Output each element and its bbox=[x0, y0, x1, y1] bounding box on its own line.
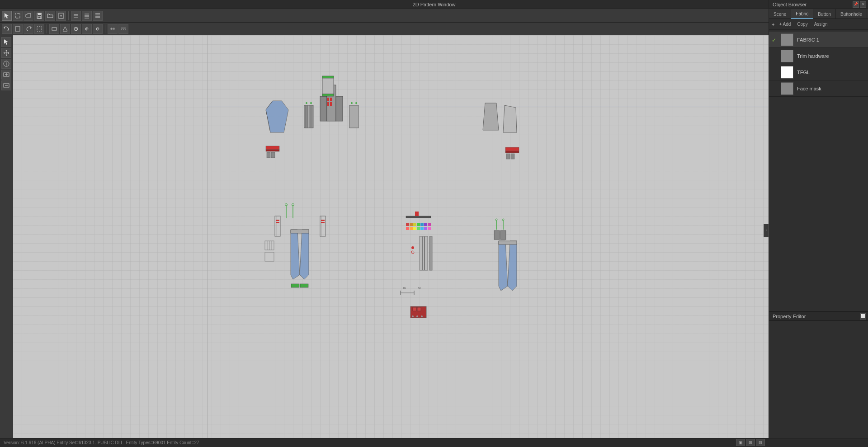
svg-rect-57 bbox=[322, 94, 334, 96]
toolbar-second bbox=[0, 23, 868, 35]
fabric-item-3[interactable]: ✓ TFGL bbox=[769, 64, 868, 80]
object-browser-toolbar: + + Add Copy Assign bbox=[769, 19, 868, 30]
tool-remove-point[interactable] bbox=[93, 24, 103, 34]
fabric-swatch-4 bbox=[781, 82, 793, 95]
fabric-item-2[interactable]: ✓ Trim hardware bbox=[769, 48, 868, 64]
property-editor: Property Editor ⬜ bbox=[769, 311, 868, 447]
pattern-piece-red-1 bbox=[266, 146, 279, 158]
svg-rect-47 bbox=[310, 105, 312, 128]
tool-import[interactable] bbox=[56, 11, 66, 21]
copy-button[interactable]: Copy bbox=[795, 21, 809, 28]
svg-rect-58 bbox=[349, 105, 359, 128]
left-tool-move[interactable] bbox=[1, 48, 11, 58]
tool-box-select[interactable] bbox=[13, 11, 23, 21]
prop-editor-expand-btn[interactable]: ⬜ bbox=[860, 313, 866, 320]
svg-rect-80 bbox=[320, 216, 326, 236]
pattern-piece-squares-l bbox=[265, 241, 274, 261]
property-editor-header: Property Editor ⬜ bbox=[769, 312, 868, 321]
svg-rect-124 bbox=[413, 307, 416, 311]
view-btn-1[interactable]: ▣ bbox=[736, 439, 745, 446]
canvas-area[interactable]: In hl bbox=[13, 35, 769, 438]
left-tool-info[interactable]: i bbox=[1, 59, 11, 69]
svg-rect-50 bbox=[327, 98, 329, 101]
svg-rect-63 bbox=[267, 152, 270, 158]
resize-handle[interactable]: ‹ bbox=[764, 224, 769, 237]
pattern-piece-right-1 bbox=[483, 103, 499, 130]
svg-point-126 bbox=[412, 315, 414, 317]
svg-rect-52 bbox=[330, 98, 332, 101]
view-btn-3[interactable]: ⊟ bbox=[756, 439, 765, 446]
tool-save[interactable] bbox=[34, 11, 44, 21]
tool-rect[interactable] bbox=[49, 24, 59, 34]
svg-rect-98 bbox=[406, 227, 409, 230]
tool-undo[interactable] bbox=[2, 24, 12, 34]
left-tool-zoom-out[interactable] bbox=[1, 80, 11, 90]
pattern-piece-small-red bbox=[410, 306, 426, 318]
tool-seam[interactable] bbox=[118, 24, 128, 34]
pattern-piece-small-2 bbox=[349, 102, 359, 128]
assign-button[interactable]: Assign bbox=[812, 21, 830, 28]
tool-grid1[interactable] bbox=[71, 11, 81, 21]
fabric-swatch-1 bbox=[781, 33, 793, 46]
svg-point-114 bbox=[502, 219, 504, 221]
svg-rect-110 bbox=[429, 236, 432, 270]
panel-pin-btn[interactable]: 📌 bbox=[853, 1, 859, 8]
svg-rect-64 bbox=[271, 152, 275, 158]
fabric-item-4[interactable]: ✓ Face mask bbox=[769, 80, 868, 97]
window-title: 2D Pattern Window bbox=[413, 2, 456, 7]
svg-rect-76 bbox=[276, 222, 279, 223]
tab-scene[interactable]: Scene bbox=[769, 9, 791, 19]
svg-rect-55 bbox=[322, 76, 334, 78]
tool-select[interactable] bbox=[2, 11, 12, 21]
toolbar-top bbox=[0, 9, 868, 23]
svg-rect-104 bbox=[428, 227, 431, 230]
tool-grid3[interactable] bbox=[93, 11, 103, 21]
object-browser-tabs: Scene Fabric Button Buttonhole bbox=[769, 9, 868, 19]
view-btn-2[interactable]: ⊞ bbox=[746, 439, 755, 446]
svg-point-128 bbox=[421, 315, 423, 317]
svg-rect-117 bbox=[499, 241, 517, 245]
svg-rect-62 bbox=[266, 150, 279, 151]
tool-measure[interactable] bbox=[71, 24, 81, 34]
svg-rect-61 bbox=[266, 146, 279, 150]
object-browser-header: Object Browser 📌 ✕ bbox=[769, 0, 868, 9]
svg-rect-3 bbox=[38, 13, 41, 15]
tool-redo[interactable] bbox=[24, 24, 33, 34]
svg-rect-82 bbox=[321, 220, 325, 221]
left-tool-zoom-in[interactable] bbox=[1, 70, 11, 80]
tab-buttonhole[interactable]: Buttonhole bbox=[836, 9, 867, 19]
pattern-piece-right-2 bbox=[503, 105, 517, 132]
svg-point-127 bbox=[416, 315, 418, 317]
svg-rect-21 bbox=[52, 28, 57, 30]
pattern-piece-pant-right bbox=[320, 216, 326, 236]
fabric-list: ✓ FABRIC 1 ✓ Trim hardware ✓ TFGL ✓ Face… bbox=[769, 30, 868, 99]
tool-pattern[interactable] bbox=[60, 24, 70, 34]
tool-snap[interactable] bbox=[34, 24, 44, 34]
property-editor-title: Property Editor bbox=[773, 314, 806, 319]
svg-point-59 bbox=[351, 102, 353, 104]
tool-folder[interactable] bbox=[45, 11, 55, 21]
tab-button[interactable]: Button bbox=[813, 9, 836, 19]
canvas-svg: In hl bbox=[13, 35, 769, 438]
left-tool-select[interactable] bbox=[1, 37, 11, 47]
svg-point-60 bbox=[355, 102, 357, 104]
tool-add-point[interactable] bbox=[82, 24, 92, 34]
tool-open[interactable] bbox=[24, 11, 33, 21]
tab-fabric[interactable]: Fabric bbox=[791, 9, 813, 19]
tool-grid2[interactable] bbox=[82, 11, 92, 21]
svg-rect-75 bbox=[276, 220, 279, 221]
svg-rect-95 bbox=[420, 223, 424, 226]
fabric-item-1[interactable]: ✓ FABRIC 1 bbox=[769, 32, 868, 48]
panel-close-btn[interactable]: ✕ bbox=[860, 1, 866, 8]
pattern-piece-misc-1: In hl bbox=[401, 286, 420, 295]
svg-rect-97 bbox=[428, 223, 431, 226]
tool-stitch[interactable] bbox=[108, 24, 118, 34]
svg-text:In: In bbox=[403, 286, 406, 290]
add-button[interactable]: + Add bbox=[777, 21, 793, 28]
pattern-piece-pant-dup bbox=[499, 241, 517, 291]
svg-rect-116 bbox=[500, 231, 506, 240]
tool-box2[interactable] bbox=[13, 24, 23, 34]
right-panel: Object Browser 📌 ✕ Scene Fabric Button B… bbox=[769, 0, 868, 447]
pattern-piece-top-rect bbox=[322, 76, 334, 96]
svg-rect-79 bbox=[300, 284, 308, 287]
